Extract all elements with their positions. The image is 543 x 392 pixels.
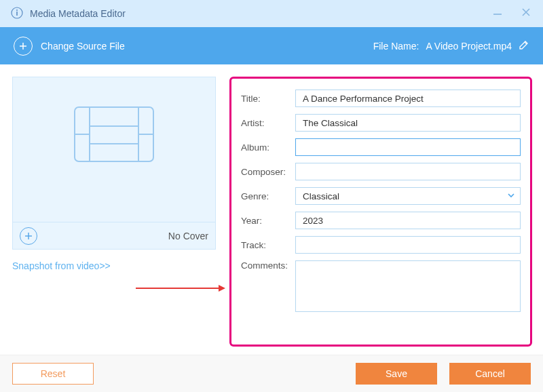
select-genre[interactable] — [295, 187, 521, 205]
input-album[interactable] — [295, 138, 521, 156]
change-source-icon[interactable] — [14, 37, 33, 56]
cover-bottom-bar: No Cover — [13, 222, 215, 249]
svg-rect-2 — [16, 12, 18, 16]
toolbar-left: Change Source File — [14, 37, 125, 56]
footer: Reset Save Cancel — [0, 355, 543, 392]
row-genre: Genre: — [241, 187, 521, 205]
label-title: Title: — [241, 94, 295, 104]
change-source-link[interactable]: Change Source File — [41, 41, 125, 52]
cover-column: No Cover Snapshot from video>> — [12, 77, 216, 347]
app-title: Media Metadata Editor — [30, 8, 126, 19]
input-track[interactable] — [295, 236, 521, 254]
input-title[interactable] — [295, 90, 521, 107]
toolbar: Change Source File File Name: A Video Pr… — [0, 27, 543, 64]
label-artist: Artist: — [241, 118, 295, 128]
label-genre: Genre: — [241, 191, 295, 201]
file-name-value: A Video Project.mp4 — [426, 41, 512, 52]
edit-file-name-icon[interactable] — [519, 39, 529, 52]
close-icon[interactable] — [520, 6, 532, 21]
label-composer: Composer: — [241, 167, 295, 177]
toolbar-right: File Name: A Video Project.mp4 — [373, 39, 529, 52]
footer-right: Save Cancel — [356, 363, 531, 385]
add-cover-icon[interactable] — [20, 227, 37, 245]
label-album: Album: — [241, 142, 295, 153]
row-track: Track: — [241, 236, 521, 254]
input-comments[interactable] — [295, 260, 521, 312]
row-album: Album: — [241, 138, 521, 156]
minimize-icon[interactable] — [491, 6, 504, 21]
label-comments: Comments: — [241, 260, 295, 271]
info-icon — [11, 7, 23, 21]
input-composer[interactable] — [295, 163, 521, 180]
titlebar: Media Metadata Editor — [0, 0, 543, 27]
metadata-form: Title: Artist: Album: Composer: Genre: Y — [229, 77, 532, 347]
svg-point-1 — [16, 9, 18, 11]
no-cover-label: No Cover — [168, 231, 208, 241]
cover-box: No Cover — [12, 77, 216, 250]
row-artist: Artist: — [241, 114, 521, 132]
titlebar-left: Media Metadata Editor — [11, 7, 126, 21]
file-name-label: File Name: — [373, 41, 419, 52]
reset-button[interactable]: Reset — [12, 363, 94, 385]
row-composer: Composer: — [241, 163, 521, 180]
row-title: Title: — [241, 90, 521, 107]
label-track: Track: — [241, 240, 295, 250]
video-placeholder-icon — [73, 106, 155, 165]
snapshot-link[interactable]: Snapshot from video>> — [12, 260, 216, 271]
cancel-button[interactable]: Cancel — [449, 363, 531, 385]
row-comments: Comments: — [241, 260, 521, 312]
main: No Cover Snapshot from video>> Title: Ar… — [0, 64, 543, 355]
titlebar-controls — [491, 6, 532, 21]
input-year[interactable] — [295, 212, 521, 229]
save-button[interactable]: Save — [356, 363, 437, 385]
label-year: Year: — [241, 216, 295, 226]
row-year: Year: — [241, 212, 521, 229]
input-artist[interactable] — [295, 114, 521, 132]
